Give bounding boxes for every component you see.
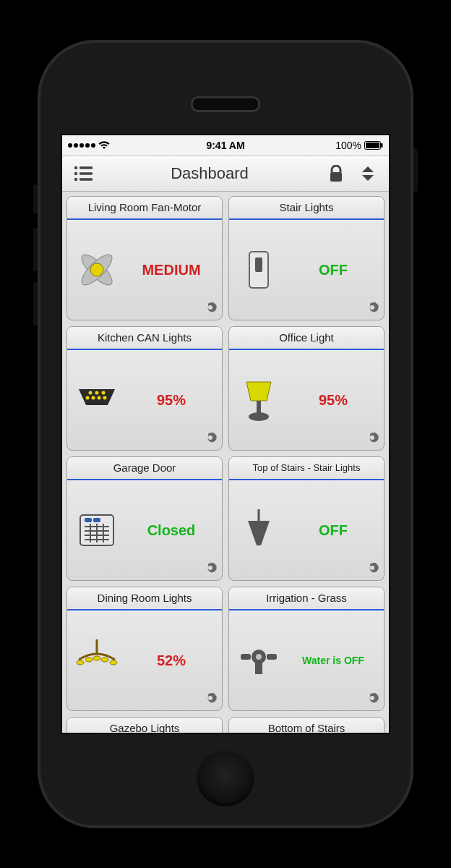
tile-title: Garage Door: [67, 457, 222, 480]
chandelier-icon: [72, 635, 122, 686]
svg-point-7: [74, 178, 77, 181]
fan-icon: [72, 244, 122, 295]
tile-title: Top of Stairs - Stair Lights: [229, 457, 384, 480]
device-tile[interactable]: Office Light95%: [228, 326, 385, 451]
mute-switch[interactable]: [33, 184, 38, 213]
pendant-icon: [233, 505, 284, 556]
svg-point-3: [74, 166, 77, 169]
settings-gear-icon[interactable]: [203, 563, 218, 577]
page-title: Dashboard: [171, 164, 249, 183]
volume-down-button[interactable]: [33, 282, 38, 326]
tile-status: 95%: [290, 392, 377, 409]
device-tile[interactable]: Gazebo Lights: [66, 717, 223, 733]
tile-body: 95%: [67, 350, 222, 450]
svg-rect-2: [381, 143, 383, 148]
settings-gear-icon[interactable]: [365, 563, 379, 577]
tile-title: Living Room Fan-Motor: [67, 197, 222, 220]
device-tile[interactable]: Top of Stairs - Stair LightsOFF: [228, 456, 385, 581]
power-button[interactable]: [413, 148, 418, 192]
tile-status: 95%: [128, 392, 215, 409]
screen: 9:41 AM 100% Dashboard: [61, 134, 390, 734]
switch-icon: [233, 244, 284, 295]
device-tile[interactable]: Living Room Fan-MotorMEDIUM: [66, 196, 223, 320]
status-bar: 9:41 AM 100%: [62, 135, 389, 156]
tile-title: Gazebo Lights: [67, 718, 222, 733]
device-tile[interactable]: Dining Room Lights52%: [66, 587, 223, 711]
menu-list-icon[interactable]: [71, 161, 95, 186]
signal-dots-icon: [68, 143, 95, 148]
tile-title: Irrigation - Grass: [229, 587, 384, 610]
tile-status: Closed: [128, 522, 215, 539]
tile-status: MEDIUM: [128, 262, 215, 278]
settings-gear-icon[interactable]: [203, 433, 218, 447]
device-tile[interactable]: Irrigation - GrassWater is OFF: [228, 587, 385, 711]
battery-percent: 100%: [335, 140, 361, 151]
settings-gear-icon[interactable]: [365, 433, 379, 447]
tile-title: Bottom of Stairs: [229, 718, 384, 733]
svg-rect-1: [366, 142, 379, 148]
lamp-icon: [233, 375, 284, 425]
tile-body: OFF: [229, 480, 384, 580]
sort-arrows-icon[interactable]: [356, 161, 380, 186]
tile-status: OFF: [290, 262, 377, 278]
tile-status: OFF: [290, 522, 377, 539]
settings-gear-icon[interactable]: [365, 302, 379, 317]
tile-body: Water is OFF: [229, 610, 384, 710]
dashboard-content[interactable]: Living Room Fan-MotorMEDIUMStair LightsO…: [62, 192, 389, 733]
settings-gear-icon[interactable]: [203, 693, 218, 707]
tile-status: 52%: [128, 652, 215, 669]
tile-body: Closed: [67, 480, 222, 580]
svg-point-5: [74, 172, 77, 175]
device-tile[interactable]: Kitchen CAN Lights95%: [66, 326, 223, 451]
wifi-icon: [98, 141, 110, 150]
garage-icon: [72, 505, 122, 556]
tile-body: 95%: [229, 350, 384, 450]
can-lights-icon: [72, 375, 122, 425]
tile-title: Stair Lights: [229, 197, 384, 220]
nav-bar: Dashboard: [62, 156, 389, 192]
home-button[interactable]: [197, 749, 254, 807]
svg-rect-9: [330, 172, 342, 182]
status-time: 9:41 AM: [206, 140, 244, 151]
svg-rect-6: [80, 172, 93, 175]
earpiece: [191, 96, 260, 112]
device-tile[interactable]: Garage DoorClosed: [66, 456, 223, 581]
settings-gear-icon[interactable]: [365, 693, 379, 707]
tile-title: Kitchen CAN Lights: [67, 327, 222, 350]
sprinkler-icon: [233, 635, 284, 686]
svg-rect-8: [80, 178, 93, 181]
lock-icon[interactable]: [324, 161, 348, 186]
tile-body: MEDIUM: [67, 220, 222, 320]
volume-up-button[interactable]: [33, 228, 38, 271]
tile-title: Office Light: [229, 327, 384, 350]
device-tile[interactable]: Stair LightsOFF: [228, 196, 385, 320]
tile-status: Water is OFF: [290, 655, 377, 666]
settings-gear-icon[interactable]: [203, 302, 218, 317]
tile-body: OFF: [229, 220, 384, 320]
battery-icon: [364, 141, 383, 150]
phone-frame: 9:41 AM 100% Dashboard: [38, 40, 413, 828]
svg-rect-4: [80, 166, 93, 169]
tile-title: Dining Room Lights: [67, 587, 222, 610]
device-tile[interactable]: Bottom of Stairs: [228, 717, 385, 733]
tile-body: 52%: [67, 610, 222, 710]
